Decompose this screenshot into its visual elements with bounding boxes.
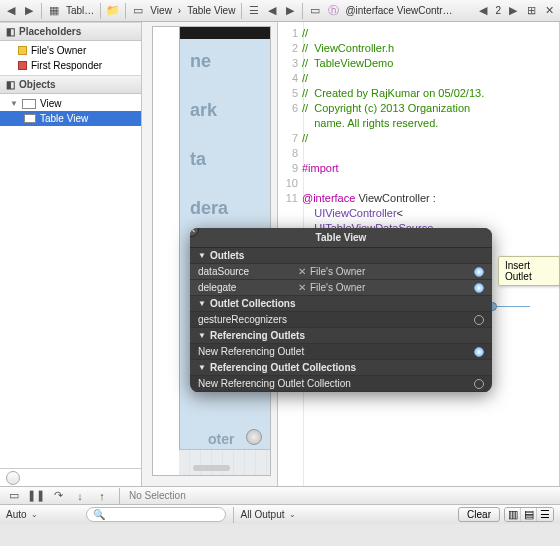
breadcrumb-interface[interactable]: @interface ViewContr… xyxy=(342,5,474,16)
filter-bar xyxy=(0,468,141,486)
console-pane-icon[interactable]: ☰ xyxy=(537,508,553,521)
cube-yellow-icon xyxy=(18,46,27,55)
variables-search[interactable]: 🔍 xyxy=(86,507,226,522)
chevron-icon: ⌄ xyxy=(289,510,296,519)
forward-button[interactable]: ▶ xyxy=(20,3,38,19)
step-out-icon[interactable]: ↑ xyxy=(94,489,110,503)
all-output-popup[interactable]: All Output xyxy=(241,509,285,520)
step-over-icon[interactable]: ↷ xyxy=(50,489,66,503)
breadcrumb-view[interactable]: View xyxy=(147,5,175,16)
back2-button[interactable]: ◀ xyxy=(263,3,281,19)
referencing-outlets-section[interactable]: ▼Referencing Outlets xyxy=(190,328,492,344)
search-icon: 🔍 xyxy=(93,509,105,520)
add-assistant-button[interactable]: ⊞ xyxy=(522,3,540,19)
console-bar: Auto ⌄ 🔍 All Output ⌄ Clear ▥ ▤ ☰ xyxy=(0,504,560,524)
header-icon[interactable]: ⓗ xyxy=(324,3,342,19)
clear-button[interactable]: Clear xyxy=(458,507,500,522)
connector-dot-icon[interactable] xyxy=(474,379,484,389)
issue-counter: 2 xyxy=(492,5,504,16)
connector-dot-icon[interactable] xyxy=(474,315,484,325)
new-ref-outlet-coll-row[interactable]: New Referencing Outlet Collection xyxy=(190,376,492,392)
view-icon[interactable]: ▭ xyxy=(129,3,147,19)
ruler xyxy=(179,449,270,475)
new-ref-outlet-row[interactable]: New Referencing Outlet xyxy=(190,344,492,360)
insert-outlet-tooltip: Insert Outlet xyxy=(498,256,560,286)
auto-popup[interactable]: Auto xyxy=(6,509,27,520)
related-icon[interactable]: ☰ xyxy=(245,3,263,19)
placeholders-header: ◧ Placeholders xyxy=(0,22,141,41)
table-view-item[interactable]: Table View xyxy=(0,111,141,126)
resize-handle[interactable] xyxy=(246,429,262,445)
document-outline: ◧ Placeholders File's Owner First Respon… xyxy=(0,22,142,486)
folder-icon[interactable]: 📁 xyxy=(104,3,122,19)
connector-dot-icon[interactable] xyxy=(474,267,484,277)
close-assistant-button[interactable]: ✕ xyxy=(540,3,558,19)
both-pane-icon[interactable]: ▤ xyxy=(521,508,537,521)
tableview-rect-icon xyxy=(24,114,36,123)
view-segmented[interactable]: ▥ ▤ ☰ xyxy=(504,507,554,522)
variables-pane-icon[interactable]: ▥ xyxy=(505,508,521,521)
delegate-row[interactable]: delegate ✕ File's Owner xyxy=(190,280,492,296)
pause-icon[interactable]: ❚❚ xyxy=(28,489,44,503)
horizontal-scrollbar[interactable] xyxy=(193,465,230,471)
file-icon[interactable]: ▦ xyxy=(45,3,63,19)
first-responder-item[interactable]: First Responder xyxy=(0,58,141,73)
connector-dot-icon[interactable] xyxy=(474,283,484,293)
forward2-button[interactable]: ▶ xyxy=(281,3,299,19)
back-button[interactable]: ◀ xyxy=(2,3,20,19)
hide-icon[interactable]: ▭ xyxy=(6,489,22,503)
cube-red-icon xyxy=(18,61,27,70)
prev-issue-button[interactable]: ◀ xyxy=(474,3,492,19)
counterpart-icon[interactable]: ▭ xyxy=(306,3,324,19)
jump-bar: ◀ ▶ ▦ Tabl… 📁 ▭ View › Table View ☰ ◀ ▶ … xyxy=(0,0,560,22)
cube-icon: ◧ xyxy=(6,26,15,37)
outlets-section[interactable]: ▼Outlets xyxy=(190,248,492,264)
connector-dot-icon[interactable] xyxy=(474,347,484,357)
footer-label: oter xyxy=(208,431,234,447)
outlet-collections-section[interactable]: ▼Outlet Collections xyxy=(190,296,492,312)
objects-header: ◧ Objects xyxy=(0,75,141,94)
files-owner-item[interactable]: File's Owner xyxy=(0,43,141,58)
chevron-icon: ⌄ xyxy=(31,510,38,519)
breadcrumb-file[interactable]: Tabl… xyxy=(63,5,97,16)
step-into-icon[interactable]: ↓ xyxy=(72,489,88,503)
view-item[interactable]: ▼ View xyxy=(0,96,141,111)
no-selection-label: No Selection xyxy=(129,490,186,501)
cube-icon: ◧ xyxy=(6,79,15,90)
gesture-row[interactable]: gestureRecognizers xyxy=(190,312,492,328)
connections-popover: ✕ Table View ▼Outlets dataSource ✕ File'… xyxy=(190,228,492,392)
popover-title: Table View xyxy=(190,228,492,248)
next-issue-button[interactable]: ▶ xyxy=(504,3,522,19)
referencing-outlet-collections-section[interactable]: ▼Referencing Outlet Collections xyxy=(190,360,492,376)
breadcrumb-tableview[interactable]: Table View xyxy=(184,5,238,16)
filter-button[interactable] xyxy=(6,471,20,485)
disclosure-icon[interactable]: ▼ xyxy=(10,99,18,108)
datasource-row[interactable]: dataSource ✕ File's Owner xyxy=(190,264,492,280)
debug-bar: ▭ ❚❚ ↷ ↓ ↑ No Selection xyxy=(0,486,560,504)
view-rect-icon xyxy=(22,99,36,109)
